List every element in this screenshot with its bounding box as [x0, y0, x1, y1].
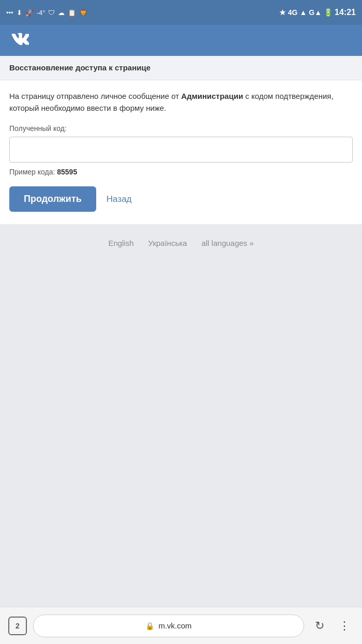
language-all[interactable]: all languages »: [202, 239, 254, 247]
footer-area: English Українська all languages »: [0, 224, 362, 644]
status-temp: -4°: [37, 9, 46, 17]
tab-count: 2: [16, 622, 20, 630]
vk-header: [0, 25, 362, 56]
status-4g: 4G: [288, 8, 298, 17]
vk-logo: [10, 32, 29, 49]
status-cloud: ☁: [58, 9, 65, 17]
status-bar: ••• ⬇ 🚀 -4° 🛡 ☁ 📋 🦁 ★ 4G ▲ G▲ 🔋 14:21: [0, 0, 362, 25]
example-code: Пример кода: 85595: [9, 168, 353, 176]
browser-bar: 2 🔒 m.vk.com ↻ ⋮: [0, 607, 362, 644]
form-area: На страницу отправлено личное сообщение …: [0, 80, 362, 224]
tab-indicator[interactable]: 2: [8, 617, 27, 635]
status-right: ★ 4G ▲ G▲ 🔋 14:21: [279, 8, 356, 17]
status-signal1: ▲: [299, 8, 307, 17]
back-link[interactable]: Назад: [107, 194, 132, 204]
status-rocket: 🚀: [25, 9, 34, 17]
url-bar[interactable]: 🔒 m.vk.com: [33, 614, 304, 637]
menu-button[interactable]: ⋮: [335, 617, 354, 635]
button-row: Продолжить Назад: [9, 186, 353, 212]
reload-button[interactable]: ↻: [310, 617, 329, 635]
description-part1: На страницу отправлено личное сообщение …: [9, 92, 181, 100]
language-ukrainian[interactable]: Українська: [148, 239, 187, 247]
description-bold: Администрации: [181, 92, 243, 100]
example-label: Пример кода:: [9, 168, 57, 176]
status-time: 14:21: [335, 8, 356, 17]
status-download: ⬇: [17, 9, 22, 17]
status-clipboard: 📋: [68, 9, 76, 17]
language-english[interactable]: English: [108, 239, 133, 247]
status-dots: •••: [6, 9, 13, 17]
status-left: ••• ⬇ 🚀 -4° 🛡 ☁ 📋 🦁: [6, 9, 87, 17]
lock-icon: 🔒: [145, 622, 154, 630]
continue-button[interactable]: Продолжить: [9, 186, 96, 212]
status-signal2: G▲: [309, 8, 322, 17]
status-battery: 🔋: [324, 8, 333, 17]
status-shield2: 🦁: [79, 9, 87, 17]
status-star: ★: [279, 8, 286, 17]
description-text: На страницу отправлено личное сообщение …: [9, 91, 353, 114]
language-links: English Українська all languages »: [108, 239, 253, 247]
field-label: Полученный код:: [9, 124, 353, 133]
page-title-bar: Восстановление доступа к странице: [0, 56, 362, 80]
status-shield: 🛡: [48, 9, 55, 17]
code-input[interactable]: [9, 137, 353, 163]
url-text: m.vk.com: [158, 621, 191, 630]
example-code-value: 85595: [57, 168, 77, 176]
page-title: Восстановление доступа к странице: [9, 63, 150, 72]
